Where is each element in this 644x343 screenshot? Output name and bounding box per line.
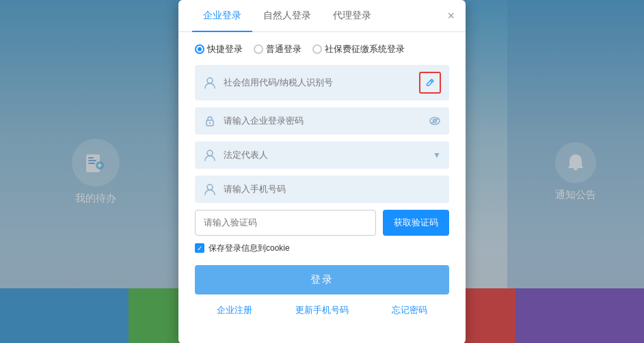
radio-normal-login[interactable]: 普通登录 [254,43,301,55]
svg-point-16 [207,184,213,190]
radio-dot-quick [195,44,204,54]
save-cookie-checkbox[interactable]: ✓ [195,243,204,253]
tab-enterprise[interactable]: 企业登录 [192,0,252,31]
phone-user-icon [203,182,217,196]
svg-point-8 [207,78,213,83]
password-input[interactable] [224,115,429,126]
register-link[interactable]: 企业注册 [217,304,252,316]
login-button[interactable]: 登录 [195,265,449,294]
login-type-radio-group: 快捷登录 普通登录 社保费征缴系统登录 [195,43,449,55]
verify-code-input[interactable] [195,210,376,236]
phone-field [195,176,449,203]
save-cookie-label: 保存登录信息到cookie [209,243,290,254]
modal-tab-bar: 企业登录 自然人登录 代理登录 × [178,0,466,32]
radio-dot-social [312,44,322,54]
login-modal: 企业登录 自然人登录 代理登录 × 快捷登录 普通登录 [178,0,466,343]
tab-individual[interactable]: 自然人登录 [252,0,322,31]
close-button[interactable]: × [447,10,455,22]
svg-point-11 [209,122,211,123]
radio-dot-normal [254,44,263,54]
svg-point-15 [207,150,213,156]
legal-person-field: ▼ [195,141,449,169]
phone-input[interactable] [224,184,441,194]
modal-overlay: 企业登录 自然人登录 代理登录 × 快捷登录 普通登录 [0,0,644,343]
update-phone-link[interactable]: 更新手机号码 [295,304,349,316]
password-field [195,107,449,135]
bottom-links: 企业注册 更新手机号码 忘记密码 [195,304,449,316]
tax-code-input[interactable] [224,77,419,87]
radio-quick-login[interactable]: 快捷登录 [195,43,243,55]
get-verify-code-button[interactable]: 获取验证码 [383,210,449,236]
forgot-password-link[interactable]: 忘记密码 [392,304,427,316]
save-cookie-checkbox-row: ✓ 保存登录信息到cookie [195,243,449,254]
svg-line-9 [431,80,433,82]
dropdown-arrow-icon[interactable]: ▼ [433,150,441,160]
radio-social-login[interactable]: 社保费征缴系统登录 [312,43,405,55]
modal-body: 快捷登录 普通登录 社保费征缴系统登录 [178,32,466,327]
toggle-password-icon[interactable] [429,117,441,125]
edit-icon-box[interactable] [419,72,441,94]
tab-agent[interactable]: 代理登录 [322,0,382,31]
verify-row: 获取验证码 [195,210,449,236]
tax-code-field [195,65,449,100]
user-icon [203,76,217,90]
checkmark-icon: ✓ [197,245,202,252]
legal-person-input[interactable] [224,150,433,160]
person-icon [203,148,217,162]
lock-icon [203,114,217,128]
